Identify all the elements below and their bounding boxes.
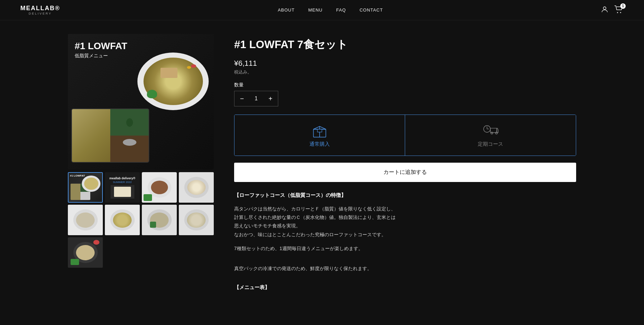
- thumbnail-8[interactable]: [179, 205, 214, 235]
- nav-menu[interactable]: MENU: [308, 7, 322, 13]
- svg-rect-6: [317, 129, 322, 132]
- svg-rect-10: [490, 128, 497, 133]
- purchase-options: 通常購入 定期コース: [234, 115, 576, 156]
- thumbnail-6[interactable]: [105, 205, 140, 235]
- product-title: #1 LOWFAT 7食セット: [234, 37, 576, 52]
- thumbnail-grid-row2: [68, 205, 214, 235]
- thumbnail-3[interactable]: [142, 172, 177, 203]
- thumbnail-7[interactable]: [142, 205, 177, 235]
- quantity-value: 1: [249, 96, 263, 102]
- purchase-option-subscription[interactable]: 定期コース: [405, 115, 576, 156]
- price-note: 税込み。: [234, 69, 576, 75]
- quantity-decrease-button[interactable]: −: [234, 91, 249, 106]
- desc-body-1: 高タンパクは当然ながら、カロリーとＦ（脂質）値を限りなく低く設定し、計算し尽くさ…: [234, 205, 397, 239]
- thumbnail-1[interactable]: #1 LOWFAT: [68, 172, 103, 203]
- option-subscription-label: 定期コース: [411, 141, 570, 147]
- quantity-control: − 1 +: [234, 91, 278, 106]
- product-price: ¥6,111: [234, 59, 576, 68]
- thumbnail-5[interactable]: [68, 205, 103, 235]
- thumbnail-grid-row1: #1 LOWFAT meallab deliver: [68, 172, 214, 203]
- description-section: 【ローファットコース（低脂質コース）の特徴】 高タンパクは当然ながら、カロリーと…: [234, 192, 576, 291]
- desc-body-3: 真空パックの冷凍での発送のため、鮮度が限りなく保たれます。: [234, 264, 576, 273]
- header-icons: 1: [601, 5, 624, 15]
- quantity-increase-button[interactable]: +: [263, 91, 278, 106]
- box-icon: [311, 123, 328, 138]
- product-image-title: #1 LOWFAT 低脂質メニュー: [75, 41, 127, 59]
- nav-about[interactable]: ABOUT: [278, 7, 295, 13]
- logo[interactable]: MEALLAB® DELIVERY: [20, 5, 60, 15]
- thumbnail-9[interactable]: [68, 237, 103, 268]
- thumbnail-4[interactable]: [179, 172, 214, 203]
- product-images: #1 LOWFAT 低脂質メニュー: [68, 34, 214, 291]
- user-icon[interactable]: [601, 5, 609, 15]
- svg-point-0: [603, 7, 606, 9]
- main-product-image: #1 LOWFAT 低脂質メニュー: [68, 34, 214, 169]
- logo-sub: DELIVERY: [29, 12, 52, 15]
- desc-body-2: 7種類セットのため、1週間毎日違うメニューが楽しめます。: [234, 244, 576, 253]
- cart-button[interactable]: 1: [614, 5, 624, 15]
- desc-heading-1: 【ローファットコース（低脂質コース）の特徴】: [234, 192, 576, 199]
- add-to-cart-button[interactable]: カートに追加する: [234, 163, 576, 182]
- svg-point-2: [620, 12, 621, 13]
- option-normal-label: 通常購入: [240, 141, 399, 147]
- cart-badge: 1: [620, 3, 626, 9]
- main-nav: ABOUT MENU FAQ CONTACT: [278, 7, 383, 13]
- svg-point-1: [617, 12, 618, 13]
- thumbnail-grid-row3: [68, 237, 214, 268]
- logo-main: MEALLAB®: [20, 5, 60, 12]
- purchase-option-normal[interactable]: 通常購入: [234, 115, 405, 156]
- thumbnail-2[interactable]: meallab delivery® SUMMER 2022: [105, 172, 140, 203]
- nav-contact[interactable]: CONTACT: [360, 7, 383, 13]
- delivery-icon: [482, 123, 499, 138]
- product-details: #1 LOWFAT 7食セット ¥6,111 税込み。 数量 − 1 + 通常購…: [234, 34, 576, 291]
- desc-heading-2: 【メニュー表】: [234, 284, 576, 291]
- nav-faq[interactable]: FAQ: [336, 7, 346, 13]
- quantity-label: 数量: [234, 82, 576, 88]
